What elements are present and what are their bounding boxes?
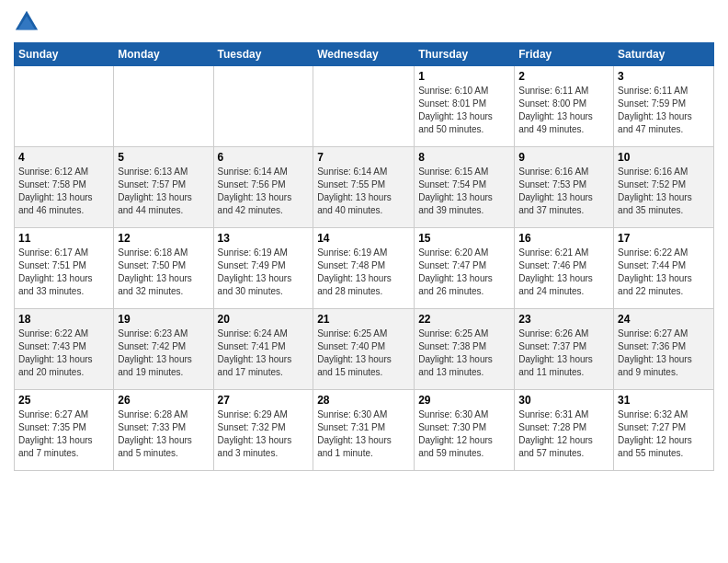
weekday-header-friday: Friday [515, 43, 614, 66]
cell-info: Sunrise: 6:25 AMSunset: 7:38 PMDaylight:… [418, 327, 510, 379]
page-header [14, 9, 714, 35]
day-number: 30 [518, 394, 609, 407]
calendar-week-3: 11Sunrise: 6:17 AMSunset: 7:51 PMDayligh… [15, 228, 714, 309]
calendar-cell: 23Sunrise: 6:26 AMSunset: 7:37 PMDayligh… [515, 309, 614, 390]
day-number: 29 [418, 394, 510, 407]
cell-info: Sunrise: 6:23 AMSunset: 7:42 PMDaylight:… [118, 327, 209, 379]
day-number: 24 [618, 313, 710, 326]
day-number: 10 [618, 151, 710, 164]
cell-info: Sunrise: 6:18 AMSunset: 7:50 PMDaylight:… [118, 247, 209, 298]
calendar-cell: 22Sunrise: 6:25 AMSunset: 7:38 PMDayligh… [415, 309, 515, 390]
calendar-cell: 6Sunrise: 6:14 AMSunset: 7:56 PMDaylight… [213, 147, 313, 228]
calendar-cell: 4Sunrise: 6:12 AMSunset: 7:58 PMDaylight… [15, 147, 114, 228]
cell-info: Sunrise: 6:12 AMSunset: 7:58 PMDaylight:… [18, 166, 109, 217]
calendar-cell [213, 66, 313, 147]
cell-info: Sunrise: 6:22 AMSunset: 7:44 PMDaylight:… [618, 247, 710, 298]
calendar-cell: 5Sunrise: 6:13 AMSunset: 7:57 PMDaylight… [114, 147, 213, 228]
calendar-table: SundayMondayTuesdayWednesdayThursdayFrid… [14, 42, 714, 471]
calendar-cell: 3Sunrise: 6:11 AMSunset: 7:59 PMDaylight… [614, 66, 714, 147]
calendar-cell: 15Sunrise: 6:20 AMSunset: 7:47 PMDayligh… [415, 228, 515, 309]
day-number: 2 [518, 70, 609, 83]
day-number: 15 [418, 232, 510, 245]
calendar-cell: 30Sunrise: 6:31 AMSunset: 7:28 PMDayligh… [515, 390, 614, 471]
day-number: 18 [18, 313, 109, 326]
calendar-week-4: 18Sunrise: 6:22 AMSunset: 7:43 PMDayligh… [15, 309, 714, 390]
calendar-cell: 16Sunrise: 6:21 AMSunset: 7:46 PMDayligh… [515, 228, 614, 309]
day-number: 13 [218, 232, 310, 245]
cell-info: Sunrise: 6:27 AMSunset: 7:36 PMDaylight:… [618, 327, 710, 379]
day-number: 1 [418, 70, 510, 83]
cell-info: Sunrise: 6:19 AMSunset: 7:48 PMDaylight:… [317, 247, 410, 298]
day-number: 31 [618, 394, 710, 407]
calendar-week-1: 1Sunrise: 6:10 AMSunset: 8:01 PMDaylight… [15, 66, 714, 147]
cell-info: Sunrise: 6:29 AMSunset: 7:32 PMDaylight:… [218, 408, 310, 460]
day-number: 7 [317, 151, 410, 164]
cell-info: Sunrise: 6:25 AMSunset: 7:40 PMDaylight:… [317, 327, 410, 379]
calendar-cell: 12Sunrise: 6:18 AMSunset: 7:50 PMDayligh… [114, 228, 213, 309]
day-number: 12 [118, 232, 209, 245]
calendar-cell: 18Sunrise: 6:22 AMSunset: 7:43 PMDayligh… [15, 309, 114, 390]
calendar-cell: 25Sunrise: 6:27 AMSunset: 7:35 PMDayligh… [15, 390, 114, 471]
weekday-header-monday: Monday [114, 43, 213, 66]
day-number: 5 [118, 151, 209, 164]
cell-info: Sunrise: 6:14 AMSunset: 7:55 PMDaylight:… [317, 166, 410, 217]
day-number: 16 [518, 232, 609, 245]
calendar-week-5: 25Sunrise: 6:27 AMSunset: 7:35 PMDayligh… [15, 390, 714, 471]
cell-info: Sunrise: 6:21 AMSunset: 7:46 PMDaylight:… [518, 247, 609, 298]
day-number: 8 [418, 151, 510, 164]
weekday-header-saturday: Saturday [614, 43, 714, 66]
day-number: 23 [518, 313, 609, 326]
cell-info: Sunrise: 6:27 AMSunset: 7:35 PMDaylight:… [18, 408, 109, 460]
calendar-cell: 11Sunrise: 6:17 AMSunset: 7:51 PMDayligh… [15, 228, 114, 309]
day-number: 28 [317, 394, 410, 407]
cell-info: Sunrise: 6:10 AMSunset: 8:01 PMDaylight:… [418, 85, 510, 136]
day-number: 14 [317, 232, 410, 245]
cell-info: Sunrise: 6:19 AMSunset: 7:49 PMDaylight:… [218, 247, 310, 298]
day-number: 27 [218, 394, 310, 407]
calendar-cell: 29Sunrise: 6:30 AMSunset: 7:30 PMDayligh… [415, 390, 515, 471]
cell-info: Sunrise: 6:15 AMSunset: 7:54 PMDaylight:… [418, 166, 510, 217]
calendar-cell: 9Sunrise: 6:16 AMSunset: 7:53 PMDaylight… [515, 147, 614, 228]
day-number: 9 [518, 151, 609, 164]
day-number: 6 [218, 151, 310, 164]
day-number: 25 [18, 394, 109, 407]
day-number: 26 [118, 394, 209, 407]
weekday-header-wednesday: Wednesday [313, 43, 415, 66]
cell-info: Sunrise: 6:11 AMSunset: 8:00 PMDaylight:… [518, 85, 609, 136]
calendar-cell: 2Sunrise: 6:11 AMSunset: 8:00 PMDaylight… [515, 66, 614, 147]
calendar-cell: 8Sunrise: 6:15 AMSunset: 7:54 PMDaylight… [415, 147, 515, 228]
day-number: 17 [618, 232, 710, 245]
day-number: 20 [218, 313, 310, 326]
calendar-cell: 21Sunrise: 6:25 AMSunset: 7:40 PMDayligh… [313, 309, 415, 390]
calendar-cell: 10Sunrise: 6:16 AMSunset: 7:52 PMDayligh… [614, 147, 714, 228]
logo-icon [14, 9, 40, 35]
cell-info: Sunrise: 6:16 AMSunset: 7:52 PMDaylight:… [618, 166, 710, 217]
calendar-cell: 14Sunrise: 6:19 AMSunset: 7:48 PMDayligh… [313, 228, 415, 309]
calendar-cell: 13Sunrise: 6:19 AMSunset: 7:49 PMDayligh… [213, 228, 313, 309]
weekday-header-sunday: Sunday [15, 43, 114, 66]
calendar-cell [15, 66, 114, 147]
day-number: 21 [317, 313, 410, 326]
cell-info: Sunrise: 6:22 AMSunset: 7:43 PMDaylight:… [18, 327, 109, 379]
day-number: 22 [418, 313, 510, 326]
cell-info: Sunrise: 6:13 AMSunset: 7:57 PMDaylight:… [118, 166, 209, 217]
calendar-cell: 19Sunrise: 6:23 AMSunset: 7:42 PMDayligh… [114, 309, 213, 390]
calendar-cell: 28Sunrise: 6:30 AMSunset: 7:31 PMDayligh… [313, 390, 415, 471]
cell-info: Sunrise: 6:28 AMSunset: 7:33 PMDaylight:… [118, 408, 209, 460]
cell-info: Sunrise: 6:24 AMSunset: 7:41 PMDaylight:… [218, 327, 310, 379]
cell-info: Sunrise: 6:14 AMSunset: 7:56 PMDaylight:… [218, 166, 310, 217]
cell-info: Sunrise: 6:30 AMSunset: 7:30 PMDaylight:… [418, 408, 510, 460]
cell-info: Sunrise: 6:32 AMSunset: 7:27 PMDaylight:… [618, 408, 710, 460]
day-number: 4 [18, 151, 109, 164]
calendar-cell: 20Sunrise: 6:24 AMSunset: 7:41 PMDayligh… [213, 309, 313, 390]
calendar-cell [114, 66, 213, 147]
calendar-cell: 7Sunrise: 6:14 AMSunset: 7:55 PMDaylight… [313, 147, 415, 228]
cell-info: Sunrise: 6:31 AMSunset: 7:28 PMDaylight:… [518, 408, 609, 460]
day-number: 19 [118, 313, 209, 326]
weekday-header-tuesday: Tuesday [213, 43, 313, 66]
weekday-header-thursday: Thursday [415, 43, 515, 66]
cell-info: Sunrise: 6:16 AMSunset: 7:53 PMDaylight:… [518, 166, 609, 217]
calendar-cell: 24Sunrise: 6:27 AMSunset: 7:36 PMDayligh… [614, 309, 714, 390]
day-number: 3 [618, 70, 710, 83]
calendar-cell [313, 66, 415, 147]
